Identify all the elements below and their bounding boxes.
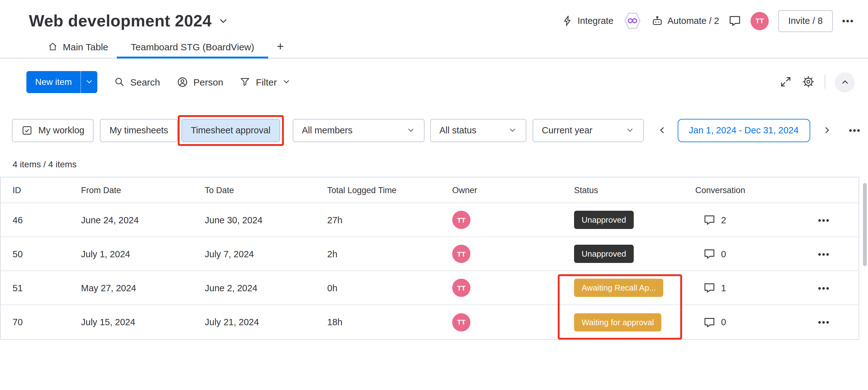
tab-main-table[interactable]: Main Table xyxy=(39,35,117,58)
chevron-down-icon[interactable] xyxy=(218,16,228,26)
calendar-check-icon xyxy=(21,124,33,136)
previous-period-button[interactable] xyxy=(655,118,669,142)
tab-board-view-label: Teamboard STG (BoardView) xyxy=(131,41,254,52)
speech-bubble-icon xyxy=(704,316,715,328)
conversation-count: 0 xyxy=(721,249,726,259)
status-select[interactable]: All status xyxy=(430,118,526,142)
cell-id: 51 xyxy=(12,283,81,293)
chevron-down-icon xyxy=(625,126,634,135)
person-filter-button[interactable]: Person xyxy=(177,76,223,88)
toolbar-divider xyxy=(825,75,825,89)
table-row[interactable]: 50 July 1, 2024 July 7, 2024 2h TT Unapp… xyxy=(1,237,859,271)
avatar[interactable]: TT xyxy=(750,11,769,30)
invite-button[interactable]: Invite / 8 xyxy=(778,10,833,32)
cell-total-logged-time: 27h xyxy=(327,215,452,225)
speech-bubble-icon xyxy=(704,248,715,260)
next-period-button[interactable] xyxy=(820,118,834,142)
column-header-status[interactable]: Status xyxy=(574,185,695,195)
members-select-value: All members xyxy=(302,125,352,135)
chat-button[interactable] xyxy=(728,15,741,27)
speech-bubble-icon xyxy=(704,214,715,226)
table-header-row: ID From Date To Date Total Logged Time O… xyxy=(1,177,859,203)
status-select-value: All status xyxy=(439,125,476,135)
view-tabs: Main Table Teamboard STG (BoardView) + xyxy=(0,35,868,58)
my-worklog-label: My worklog xyxy=(38,125,85,135)
conversation-cell[interactable]: 2 xyxy=(695,214,789,226)
items-table: ID From Date To Date Total Logged Time O… xyxy=(0,177,859,340)
robot-icon xyxy=(651,15,663,27)
period-select-value: Current year xyxy=(542,125,592,135)
cell-from-date: June 24, 2024 xyxy=(81,215,205,225)
speech-bubble-icon xyxy=(704,282,715,294)
board-page: Web development 2024 Integrate xyxy=(0,0,868,390)
status-badge[interactable]: Unapproved xyxy=(574,245,634,263)
owner-avatar[interactable]: TT xyxy=(452,211,470,229)
row-more-button[interactable]: ••• xyxy=(818,249,830,259)
filter-button[interactable]: Filter xyxy=(240,76,291,87)
cell-to-date: July 21, 2024 xyxy=(205,317,327,327)
row-more-button[interactable]: ••• xyxy=(818,215,830,225)
new-item-split-button: New item xyxy=(26,71,98,93)
person-icon xyxy=(177,76,188,88)
table-row[interactable]: 51 May 27, 2024 June 2, 2024 0h TT Await… xyxy=(1,271,859,305)
search-button[interactable]: Search xyxy=(114,76,160,87)
search-label: Search xyxy=(130,77,160,87)
my-timesheets-label: My timesheets xyxy=(110,125,168,135)
conversation-count: 0 xyxy=(721,317,726,327)
owner-avatar[interactable]: TT xyxy=(452,279,470,297)
cell-from-date: July 1, 2024 xyxy=(81,249,205,259)
date-range-button[interactable]: Jan 1, 2024 - Dec 31, 2024 xyxy=(677,118,810,142)
my-timesheets-button[interactable]: My timesheets xyxy=(100,118,178,142)
new-item-dropdown-button[interactable] xyxy=(81,71,98,93)
table-row[interactable]: 70 July 15, 2024 July 21, 2024 18h TT Wa… xyxy=(1,305,859,339)
board-header: Web development 2024 Integrate xyxy=(0,0,868,35)
filter-bar: My worklog My timesheets Timesheet appro… xyxy=(12,118,868,142)
filter-label: Filter xyxy=(256,77,277,87)
new-item-button[interactable]: New item xyxy=(26,71,81,93)
automate-button[interactable]: Automate / 2 xyxy=(651,15,719,27)
conversation-count: 2 xyxy=(721,215,726,225)
integration-hexagon-icon xyxy=(623,12,642,30)
cell-to-date: June 2, 2024 xyxy=(205,283,327,293)
home-icon xyxy=(48,41,58,52)
conversation-cell[interactable]: 0 xyxy=(695,248,789,260)
chevron-down-icon xyxy=(508,126,517,135)
scrollbar-thumb[interactable] xyxy=(863,183,867,266)
status-badge[interactable]: Waiting for approval xyxy=(574,313,661,331)
row-more-button[interactable]: ••• xyxy=(818,283,830,293)
tab-board-view[interactable]: Teamboard STG (BoardView) xyxy=(117,35,268,58)
add-view-button[interactable]: + xyxy=(268,35,293,58)
cell-total-logged-time: 18h xyxy=(327,317,452,327)
chevron-down-icon xyxy=(406,126,415,135)
person-label: Person xyxy=(193,77,223,87)
column-header-owner[interactable]: Owner xyxy=(452,185,574,195)
column-header-from-date[interactable]: From Date xyxy=(81,185,205,195)
cell-total-logged-time: 2h xyxy=(327,249,452,259)
period-select[interactable]: Current year xyxy=(532,118,644,142)
members-select[interactable]: All members xyxy=(292,118,424,142)
more-options-button[interactable]: ••• xyxy=(842,16,854,26)
board-title[interactable]: Web development 2024 xyxy=(29,11,212,30)
timesheet-approval-button[interactable]: Timesheet approval xyxy=(182,118,280,142)
conversation-cell[interactable]: 1 xyxy=(695,282,789,294)
status-badge[interactable]: Awaiting Recall Ap... xyxy=(574,279,663,297)
column-header-total-logged-time[interactable]: Total Logged Time xyxy=(327,185,452,195)
column-header-conversation[interactable]: Conversation xyxy=(695,185,789,195)
cell-id: 50 xyxy=(12,249,81,259)
column-header-to-date[interactable]: To Date xyxy=(205,185,327,195)
cell-to-date: June 30, 2024 xyxy=(205,215,327,225)
integrate-button[interactable]: Integrate xyxy=(562,15,614,26)
expand-view-button[interactable] xyxy=(779,76,792,88)
filter-more-button[interactable]: ••• xyxy=(849,125,861,135)
settings-gear-button[interactable] xyxy=(802,76,815,88)
cell-from-date: May 27, 2024 xyxy=(81,283,205,293)
my-worklog-button[interactable]: My worklog xyxy=(12,118,94,142)
column-header-id[interactable]: ID xyxy=(12,185,81,195)
conversation-cell[interactable]: 0 xyxy=(695,316,789,328)
status-badge[interactable]: Unapproved xyxy=(574,211,634,229)
collapse-toolbar-button[interactable] xyxy=(835,72,854,91)
row-more-button[interactable]: ••• xyxy=(818,317,830,327)
table-row[interactable]: 46 June 24, 2024 June 30, 2024 27h TT Un… xyxy=(1,203,859,237)
owner-avatar[interactable]: TT xyxy=(452,245,470,263)
owner-avatar[interactable]: TT xyxy=(452,313,470,331)
